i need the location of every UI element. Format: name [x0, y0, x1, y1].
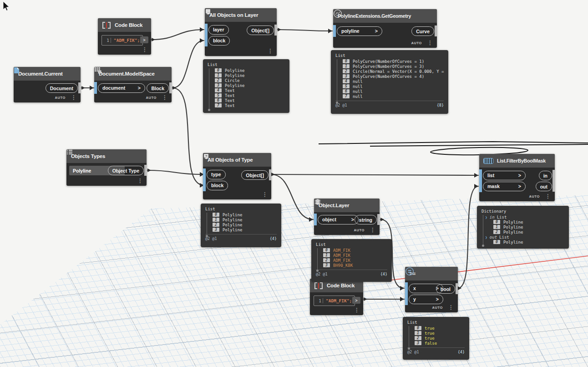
- node-object-layer[interactable]: Object.Layer object> string AUTO: [314, 199, 380, 235]
- node-title: Document.ModelSpace: [99, 71, 155, 76]
- bubble-title: List: [335, 53, 444, 59]
- port-type-input[interactable]: type: [203, 168, 226, 180]
- node-menu-icon[interactable]: [545, 194, 551, 199]
- wire-block-to-oftype[interactable]: [172, 88, 204, 185]
- port-in-output[interactable]: in: [538, 171, 552, 180]
- auto-lacing-label[interactable]: AUTO: [55, 96, 66, 100]
- node-objects-types[interactable]: Objects Types Polyline Object Type: [66, 149, 147, 186]
- wire-objecttype-to-type[interactable]: [147, 170, 202, 174]
- node-document-modelspace[interactable]: Document.ModelSpace document> Block AUTO: [94, 67, 172, 102]
- port-document-output[interactable]: Document: [45, 83, 78, 93]
- expand-chevron-icon[interactable]: [485, 215, 487, 219]
- dropdown-selected-value: Polyline: [73, 168, 91, 173]
- code-output-port[interactable]: >: [140, 36, 148, 43]
- code-editor[interactable]: 1 "ADM_FIK";: [314, 296, 355, 306]
- node-all-objects-on-layer[interactable]: All Objects on Layer layer block Object[…: [205, 8, 277, 56]
- list-count: {8}: [437, 103, 444, 107]
- port-layer-input[interactable]: layer: [205, 24, 229, 36]
- node-menu-icon[interactable]: [448, 305, 454, 310]
- dynamo-canvas[interactable]: Code Block 1 "ADM_FIK"; > All Objects on…: [0, 0, 588, 367]
- line-number: 1: [314, 298, 323, 303]
- port-list-input[interactable]: list>: [479, 169, 526, 181]
- code-editor[interactable]: 1 "ADM_FIK";: [101, 35, 143, 46]
- node-header: All Objects of Type: [203, 153, 271, 167]
- code-text[interactable]: "ADM_FIK";: [111, 38, 142, 43]
- port-object-output[interactable]: Object[]: [246, 25, 274, 35]
- node-code-block-bottom[interactable]: Code Block 1 "ADM_FIK"; >: [310, 279, 363, 315]
- code-text[interactable]: "ADM_FIK";: [323, 298, 355, 303]
- node-list-filterbyboolmask[interactable]: List.FilterByBoolMask list> mask> in out…: [479, 154, 555, 201]
- node-menu-icon[interactable]: [162, 95, 167, 100]
- port-block-input[interactable]: block: [203, 179, 228, 191]
- auto-lacing-label[interactable]: AUTO: [354, 228, 365, 232]
- node-menu-icon[interactable]: [370, 228, 375, 232]
- preview-bubble-of-type: List 0Polyline 1Polyline 2Polyline 3Poly…: [201, 204, 281, 247]
- auto-lacing-label[interactable]: AUTO: [146, 96, 157, 100]
- port-polyline-input[interactable]: polyline>: [333, 25, 382, 37]
- auto-lacing-label[interactable]: AUTO: [529, 194, 540, 199]
- wire-objects-to-getgeometry[interactable]: [278, 30, 332, 31]
- lacing-chevron: >: [518, 173, 521, 178]
- list-count: {4}: [270, 236, 277, 241]
- node-header: List.FilterByBoolMask: [479, 154, 555, 168]
- geometry-polyline-1: [319, 142, 588, 144]
- preview-bubble-on-layer: List 0Polyline 1Polyline 2Circle 3Polyli…: [203, 59, 289, 113]
- preview-bubble-bools: List 0true 1true 2true 3false @2 @1{4}: [403, 317, 469, 360]
- layers-icon: [314, 199, 321, 205]
- list-count: {4}: [458, 350, 465, 354]
- port-objecttype-output[interactable]: Object Type: [107, 166, 144, 175]
- port-y-input[interactable]: y>: [405, 293, 443, 305]
- mouse-cursor: [2, 1, 15, 15]
- node-title: Object.Layer: [319, 203, 349, 208]
- auto-lacing-label[interactable]: AUTO: [432, 306, 443, 310]
- node-menu-icon[interactable]: [262, 192, 268, 197]
- wire-objects-to-filterlist[interactable]: [271, 174, 478, 175]
- port-string-output[interactable]: string: [354, 215, 377, 224]
- document-icon: [14, 67, 20, 74]
- node-title: Document.Current: [18, 71, 63, 76]
- cube-icon: [205, 8, 212, 15]
- node-menu-icon[interactable]: [427, 41, 433, 45]
- node-menu-icon[interactable]: [268, 49, 273, 53]
- code-block-icon: [102, 22, 111, 29]
- wire-bool-to-mask[interactable]: [458, 186, 478, 288]
- code-output-port[interactable]: >: [352, 297, 360, 304]
- port-bool-output[interactable]: bool: [435, 284, 455, 294]
- preview-bubble-layers: List 0ADM_FIK 1ADM_FIK 2ADM_FIK 3BH90_KB…: [311, 239, 392, 282]
- wire-block-to-onlayer[interactable]: [172, 41, 204, 88]
- port-object-input[interactable]: object>: [314, 214, 359, 225]
- node-menu-icon[interactable]: [354, 308, 360, 312]
- expand-chevron-icon[interactable]: [485, 235, 487, 240]
- node-header: All Objects on Layer: [205, 8, 277, 22]
- port-curve-output[interactable]: Curve: [411, 26, 434, 36]
- port-block-input[interactable]: block: [205, 35, 230, 46]
- lacing-chevron: >: [375, 28, 378, 34]
- list-lines-icon: [66, 149, 73, 155]
- node-polyline-getgeometry[interactable]: PolylineExtensions.GetGeometry polyline>…: [333, 9, 437, 48]
- bubble-title: Dictionary: [482, 209, 564, 214]
- node-code-block-top[interactable]: Code Block 1 "ADM_FIK"; >: [98, 18, 151, 55]
- port-object-output[interactable]: Object[]: [240, 170, 269, 180]
- node-equals[interactable]: == x> y> bool AUTO: [405, 267, 458, 312]
- node-title: PolylineExtensions.GetGeometry: [338, 13, 411, 19]
- wire-codeblock-to-layer[interactable]: [152, 30, 204, 40]
- node-menu-icon[interactable]: [71, 95, 76, 100]
- list-count: {4}: [380, 272, 387, 276]
- equals-icon: [405, 267, 414, 276]
- node-title: Objects Types: [71, 153, 105, 159]
- node-all-objects-of-type[interactable]: All Objects of Type type block Object[]: [203, 153, 271, 199]
- list-levels[interactable]: @2 @1: [407, 350, 419, 354]
- auto-lacing-label[interactable]: AUTO: [411, 41, 422, 45]
- node-document-current[interactable]: Document.Current Document AUTO: [14, 67, 81, 102]
- node-header: ==: [405, 267, 458, 280]
- port-mask-input[interactable]: mask>: [479, 180, 526, 192]
- node-header: Document.Current: [14, 67, 81, 81]
- port-document-input[interactable]: document>: [94, 82, 145, 94]
- port-out-output[interactable]: out: [535, 182, 552, 191]
- polyline-geometry-icon: [333, 9, 342, 18]
- list-levels[interactable]: @2 @1: [316, 272, 328, 276]
- node-menu-icon[interactable]: [142, 47, 147, 52]
- port-block-output[interactable]: Block: [146, 83, 169, 93]
- modelspace-table-icon: [94, 67, 101, 74]
- node-menu-icon[interactable]: [137, 178, 143, 183]
